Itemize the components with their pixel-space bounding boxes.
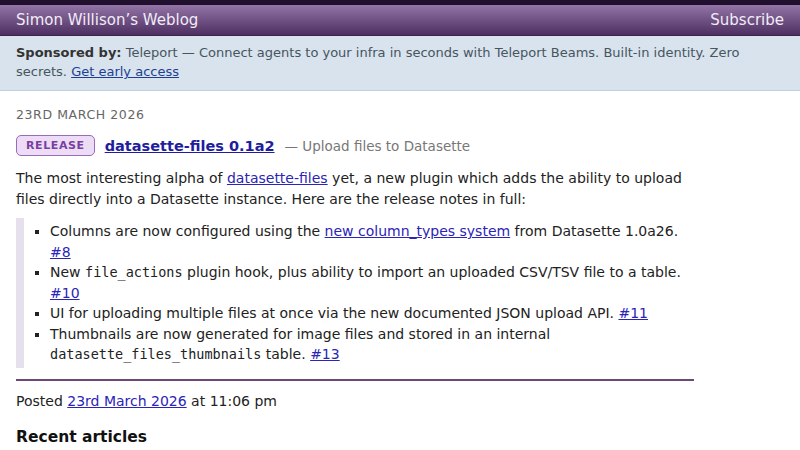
release-subtitle: — Upload files to Datasette [285,138,471,154]
recent-articles-heading: Recent articles [16,428,784,446]
note-text: New [50,264,85,280]
release-title-link[interactable]: datasette-files 0.1a2 [105,138,275,154]
release-badge[interactable]: RELEASE [16,135,95,156]
post-date-heading: 23RD MARCH 2026 [16,107,694,122]
note-text: table. [261,346,310,362]
posted-line: Posted 23rd March 2026 at 11:06 pm [16,392,694,411]
release-note-item: UI for uploading multiple files at once … [50,303,694,324]
release-note-item: Columns are now configured using the new… [50,221,694,262]
release-notes-quote: Columns are now configured using the new… [16,218,694,368]
posted-text-pre: Posted [16,393,67,409]
datasette-files-link[interactable]: datasette-files [227,170,328,186]
posted-text-post: at 11:06 pm [187,393,277,409]
site-header: Simon Willison’s Weblog Subscribe [0,5,800,36]
blog-post: 23RD MARCH 2026 RELEASE datasette-files … [16,107,694,411]
issue-10-link[interactable]: #10 [50,285,80,301]
sponsor-cta-link[interactable]: Get early access [71,64,179,79]
post-divider [16,379,694,381]
note-text: Thumbnails are now generated for image f… [50,326,550,342]
subscribe-link[interactable]: Subscribe [710,11,784,29]
intro-paragraph: The most interesting alpha of datasette-… [16,168,694,210]
file-actions-code: file_actions [85,264,183,280]
note-text: Columns are now configured using the [50,223,325,239]
note-text: plugin hook, plus ability to import an u… [183,264,681,280]
note-text: UI for uploading multiple files at once … [50,305,618,321]
thumbnails-table-code: datasette_files_thumbnails [50,346,261,362]
intro-text-pre: The most interesting alpha of [16,170,227,186]
sponsor-label: Sponsored by: [16,45,122,60]
recent-articles-section: Recent articles Meta's new model is Muse… [16,428,784,450]
main-content: 23RD MARCH 2026 RELEASE datasette-files … [0,91,800,450]
sponsor-banner: Sponsored by: Teleport — Connect agents … [0,36,800,91]
release-note-item: New file_actions plugin hook, plus abili… [50,262,694,303]
release-row: RELEASE datasette-files 0.1a2 — Upload f… [16,135,694,156]
release-note-item: Thumbnails are now generated for image f… [50,324,694,365]
issue-13-link[interactable]: #13 [310,346,340,362]
permalink-date-link[interactable]: 23rd March 2026 [67,393,186,409]
note-text: from Datasette 1.0a26. [510,223,678,239]
release-notes-list: Columns are now configured using the new… [34,221,694,365]
column-types-system-link[interactable]: new column_types system [325,223,511,239]
issue-11-link[interactable]: #11 [618,305,648,321]
site-title-link[interactable]: Simon Willison’s Weblog [16,11,198,29]
issue-8-link[interactable]: #8 [50,244,71,260]
